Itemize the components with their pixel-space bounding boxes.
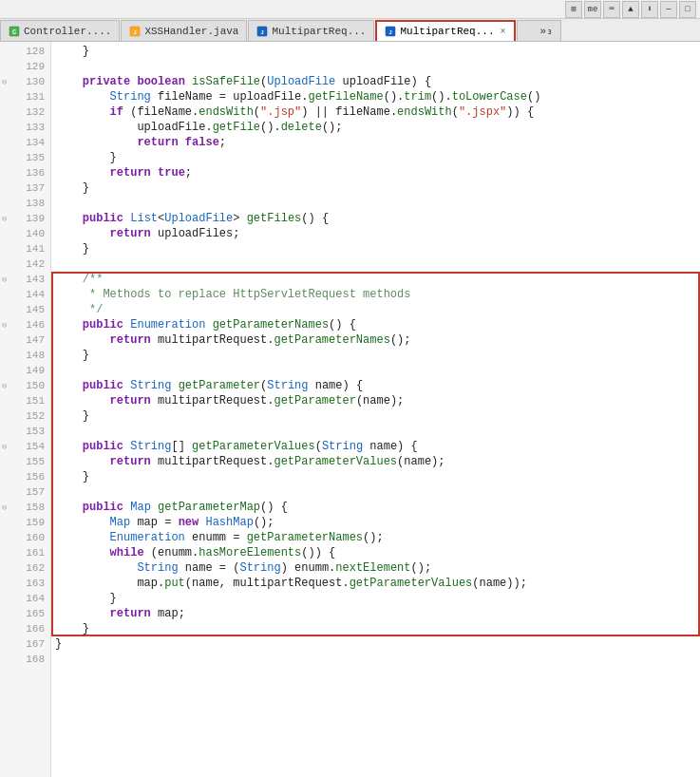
fold-icon-154[interactable]: ⊖	[2, 442, 7, 452]
token: }	[55, 44, 89, 59]
token: if	[110, 104, 123, 120]
token: () {	[260, 500, 288, 515]
fold-icon-158[interactable]: ⊖	[2, 502, 7, 513]
token	[55, 74, 83, 89]
token: return	[110, 454, 151, 469]
fold-icon-143[interactable]: ⊖	[2, 275, 7, 285]
token: public	[83, 317, 123, 332]
code-line-131: String fileName = uploadFile.getFileName…	[55, 89, 696, 104]
token: (	[315, 439, 322, 454]
svg-text:J: J	[389, 29, 393, 36]
line-num-text-168: 168	[26, 654, 45, 665]
token: enumm =	[185, 530, 247, 545]
line-number-132: 132	[0, 104, 50, 120]
token: }	[55, 150, 117, 165]
line-num-text-162: 162	[26, 562, 45, 574]
fold-icon-150[interactable]: ⊖	[2, 381, 7, 391]
token	[123, 211, 130, 226]
code-line-142	[55, 256, 696, 272]
toolbar-icon-1[interactable]: ⊞	[565, 1, 582, 18]
token: getParameterValues	[274, 454, 397, 469]
line-number-165: 165	[0, 606, 50, 621]
tab-multipartreq1[interactable]: JMultipartReq...	[248, 20, 374, 41]
window-minimize[interactable]: —	[660, 1, 677, 18]
token: String	[322, 439, 363, 454]
code-line-141: }	[55, 241, 696, 256]
line-num-text-139: 139	[26, 213, 45, 224]
token: public	[83, 378, 123, 393]
token: ) enumm.	[281, 560, 336, 576]
token: */	[55, 302, 103, 317]
code-line-132: if (fileName.endsWith(".jsp") || fileNam…	[55, 104, 696, 120]
token	[185, 74, 192, 89]
toolbar-icon-5[interactable]: ⬇	[641, 1, 658, 18]
token: Enumeration	[130, 317, 205, 332]
token	[55, 500, 83, 515]
window-maximize[interactable]: □	[679, 1, 696, 18]
token: getParameterValues	[350, 576, 473, 591]
token	[123, 500, 130, 515]
fold-icon-130[interactable]: ⊖	[2, 77, 7, 87]
tab-controller[interactable]: CController....	[0, 20, 120, 41]
fold-icon-146[interactable]: ⊖	[2, 320, 7, 331]
token: return	[110, 393, 151, 408]
code-line-153	[55, 424, 696, 439]
token: getParameter	[274, 393, 355, 408]
token: (name));	[472, 576, 527, 591]
token: ().	[260, 120, 281, 135]
line-number-160: 160	[0, 530, 50, 545]
tab-label-xsshandler: XSSHandler.java	[144, 26, 238, 37]
toolbar-icon-2[interactable]: me	[584, 1, 601, 18]
token: )) {	[506, 104, 534, 120]
line-number-163: 163	[0, 576, 50, 591]
line-number-141: 141	[0, 241, 50, 256]
line-num-text-134: 134	[26, 137, 45, 148]
token: multipartRequest.	[151, 454, 274, 469]
tab-multipartreq2[interactable]: JMultipartReq...×	[375, 20, 515, 41]
token: return	[110, 165, 151, 180]
code-line-164: }	[55, 591, 696, 606]
token	[123, 317, 130, 332]
toolbar-icon-3[interactable]: ⌨	[603, 1, 620, 18]
line-number-133: 133	[0, 120, 50, 135]
token: () {	[329, 317, 356, 332]
tab-label-multipartreq1: MultipartReq...	[272, 26, 366, 37]
token: (name, multipartRequest.	[185, 576, 350, 591]
code-line-130: private boolean isSafeFile(UploadFile up…	[55, 74, 696, 89]
token	[205, 317, 212, 332]
token: return	[137, 135, 178, 150]
code-line-166: }	[55, 621, 696, 636]
line-number-151: 151	[0, 393, 50, 408]
token: (	[452, 104, 459, 120]
token: while	[110, 545, 144, 560]
fold-icon-139[interactable]: ⊖	[2, 214, 7, 224]
token: ".jspx"	[459, 104, 506, 120]
code-line-135: }	[55, 150, 696, 165]
svg-text:C: C	[12, 28, 16, 36]
line-number-153: 153	[0, 424, 50, 439]
token: name) {	[363, 439, 418, 454]
token: fileName = uploadFile.	[151, 89, 309, 104]
token: (fileName.	[123, 104, 199, 120]
token	[55, 560, 137, 576]
code-content[interactable]: } private boolean isSafeFile(UploadFile …	[51, 42, 700, 777]
svg-text:J: J	[261, 29, 265, 36]
token: ".jsp"	[260, 104, 301, 120]
code-line-151: return multipartRequest.getParameter(nam…	[55, 393, 696, 408]
line-number-129: 129	[0, 59, 50, 74]
token: UploadFile	[164, 211, 233, 226]
tab-overflow[interactable]: »₃	[517, 20, 561, 41]
token: getParameter	[179, 378, 260, 393]
token: getParameterMap	[158, 500, 260, 515]
token: HashMap	[205, 515, 253, 530]
code-line-140: return uploadFiles;	[55, 226, 696, 241]
tab-close-multipartreq2[interactable]: ×	[501, 27, 506, 37]
token: }	[55, 636, 62, 652]
token	[123, 439, 130, 454]
tab-xsshandler[interactable]: JXSSHandler.java	[121, 20, 247, 41]
code-line-165: return map;	[55, 606, 696, 621]
toolbar-icon-4[interactable]: ▲	[622, 1, 639, 18]
token: ()) {	[301, 545, 335, 560]
code-line-152: }	[55, 408, 696, 424]
token: }	[55, 408, 89, 424]
